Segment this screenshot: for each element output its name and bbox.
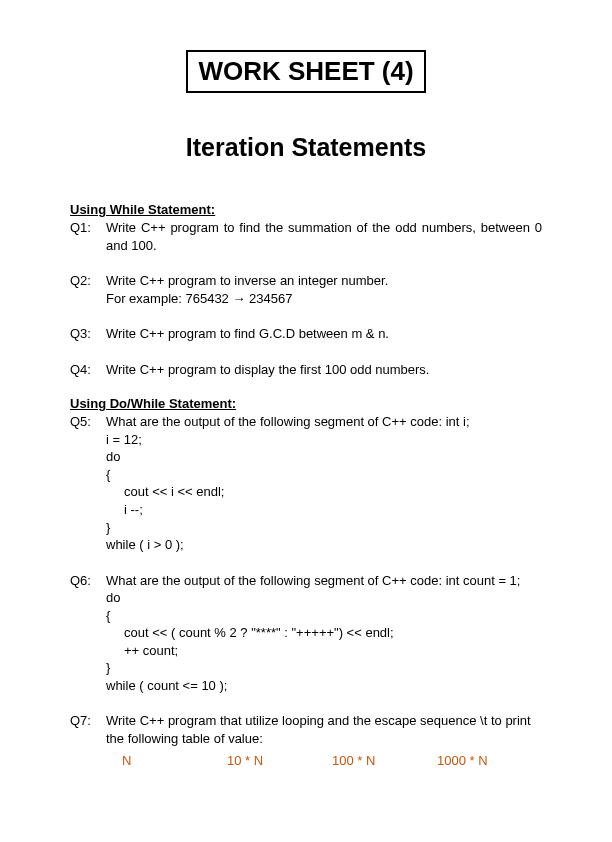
line: What are the output of the following seg… [106,413,542,431]
question-body: Write C++ program to display the first 1… [106,361,542,379]
question-row: Q6: What are the output of the following… [70,572,542,695]
title-wrap: WORK SHEET (4) [70,50,542,93]
line: i --; [106,501,542,519]
question-row: Q5: What are the output of the following… [70,413,542,553]
col-header: 100 * N [332,752,437,770]
page-subtitle: Iteration Statements [70,133,542,162]
line: Write C++ program to inverse an integer … [106,272,542,290]
col-header: 10 * N [227,752,332,770]
question-row: Q4: Write C++ program to display the fir… [70,361,542,379]
section-header-dowhile: Using Do/While Statement: [70,396,542,411]
question-row: Q3: Write C++ program to find G.C.D betw… [70,325,542,343]
question-label: Q3: [70,325,106,343]
question-body: What are the output of the following seg… [106,413,542,553]
question-row: Q7: Write C++ program that utilize loopi… [70,712,542,769]
question-body: Write C++ program to find G.C.D between … [106,325,542,343]
line: cout << i << endl; [106,483,542,501]
line: } [106,659,542,677]
question-label: Q5: [70,413,106,553]
line: } [106,519,542,537]
col-header: N [106,752,227,770]
worksheet-page: WORK SHEET (4) Iteration Statements Usin… [0,0,612,803]
question-body: Write C++ program to inverse an integer … [106,272,542,307]
line: do [106,448,542,466]
line: ++ count; [106,642,542,660]
line: Write C++ program that utilize looping a… [106,712,542,747]
question-body: Write C++ program that utilize looping a… [106,712,542,769]
line: { [106,607,542,625]
line: For example: 765432 → 234567 [106,290,542,308]
line: What are the output of the following seg… [106,572,542,590]
question-label: Q4: [70,361,106,379]
question-row: Q1: Write C++ program to find the summat… [70,219,542,254]
question-label: Q2: [70,272,106,307]
table-header: N 10 * N 100 * N 1000 * N [106,752,542,770]
question-row: Q2: Write C++ program to inverse an inte… [70,272,542,307]
line: do [106,589,542,607]
line: i = 12; [106,431,542,449]
line: { [106,466,542,484]
page-title: WORK SHEET (4) [186,50,425,93]
section-header-while: Using While Statement: [70,202,542,217]
question-label: Q6: [70,572,106,695]
question-label: Q1: [70,219,106,254]
line: cout << ( count % 2 ? "****" : "+++++") … [106,624,542,642]
col-header: 1000 * N [437,752,542,770]
question-label: Q7: [70,712,106,769]
question-body: Write C++ program to find the summation … [106,219,542,254]
line: while ( i > 0 ); [106,536,542,554]
line: while ( count <= 10 ); [106,677,542,695]
question-body: What are the output of the following seg… [106,572,542,695]
